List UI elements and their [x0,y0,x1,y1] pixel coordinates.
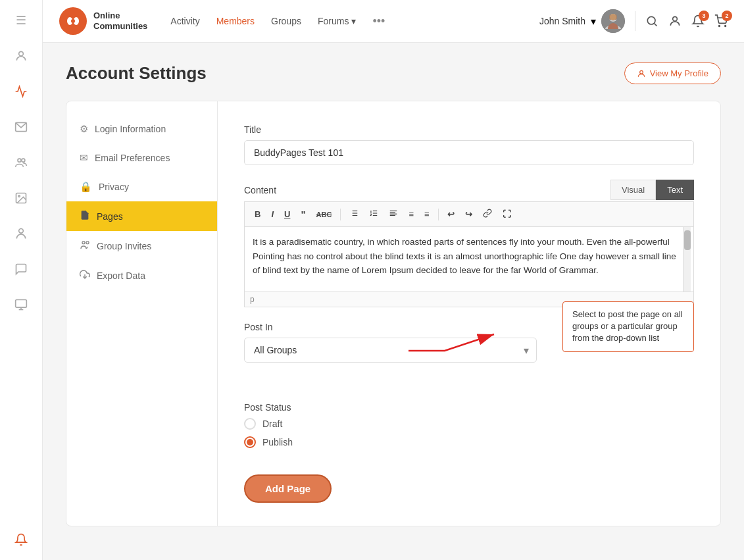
settings-nav-pages[interactable]: Pages [66,201,217,231]
post-in-select-wrapper: All Groups Group 1 Group 2 ▾ [244,338,537,363]
page-content: Account Settings View My Profile ⚙ Login… [43,43,744,560]
privacy-label: Privacy [99,182,129,192]
profile-button[interactable] [668,14,682,28]
page-title: Account Settings [66,63,207,84]
group-invites-label: Group Invites [97,241,151,251]
toolbar-quote[interactable]: " [297,207,309,221]
svg-point-24 [86,242,89,244]
radio-publish-dot [247,439,253,445]
settings-nav-group-invites[interactable]: Group Invites [66,231,217,261]
pages-label: Pages [97,211,123,222]
annotation-tooltip: Select to post the page on all groups or… [562,301,694,352]
svg-point-12 [71,19,75,23]
title-group: Title [244,124,694,165]
export-icon [80,269,90,282]
sidebar-menu-icon[interactable]: ☰ [11,10,32,31]
navbar: Online Communities Activity Members Grou… [43,0,744,43]
settings-nav-export[interactable]: Export Data [66,261,217,290]
settings-sidebar: ⚙ Login Information ✉ Email Preferences … [66,101,218,526]
nav-more-icon[interactable]: ••• [372,14,385,28]
radio-draft-label: Draft [262,419,282,429]
toolbar-align-right[interactable]: ≡ [421,208,433,220]
content-group: Content Visual Text B I U " ABC [244,180,694,307]
svg-point-22 [639,70,643,74]
toolbar-undo[interactable]: ↩ [444,208,458,220]
nav-groups[interactable]: Groups [271,16,301,26]
add-page-button[interactable]: Add Page [244,474,332,503]
user-info[interactable]: John Smith ▾ [539,9,625,33]
login-icon: ⚙ [80,123,88,135]
editor-content[interactable]: It is a paradisematic country, in which … [244,226,694,292]
radio-publish[interactable]: Publish [244,436,694,448]
radio-publish-circle [244,436,256,448]
settings-nav-privacy[interactable]: 🔒 Privacy [66,172,217,201]
settings-nav-login[interactable]: ⚙ Login Information [66,115,217,143]
title-input[interactable] [244,140,694,165]
radio-publish-label: Publish [262,437,293,447]
svg-point-6 [19,229,24,234]
svg-point-21 [725,26,726,27]
settings-container: ⚙ Login Information ✉ Email Preferences … [66,101,721,526]
main-wrapper: Online Communities Activity Members Grou… [43,0,744,560]
editor-text: It is a paradisematic country, in which … [253,237,676,275]
sidebar-user-icon[interactable] [11,45,32,66]
title-label: Title [244,124,694,135]
svg-point-5 [18,195,20,197]
svg-line-18 [655,24,657,26]
forums-arrow-icon: ▾ [351,16,356,26]
user-dropdown-icon: ▾ [591,15,596,28]
toolbar-bold[interactable]: B [251,208,264,220]
svg-point-17 [647,16,655,24]
settings-nav-email[interactable]: ✉ Email Preferences [66,143,217,172]
sidebar-display-icon[interactable] [11,294,32,315]
pages-icon [80,210,90,222]
view-profile-button[interactable]: View My Profile [624,63,721,84]
search-button[interactable] [645,14,658,28]
svg-point-3 [22,159,25,162]
post-in-group: Post In All Groups Group 1 Group 2 ▾ [244,322,694,363]
icon-sidebar: ☰ [0,0,43,560]
toolbar-fullscreen[interactable]: ⛶ [499,208,514,220]
login-label: Login Information [95,124,166,134]
export-label: Export Data [97,270,145,281]
email-label: Email Preferences [95,153,170,163]
post-in-select[interactable]: All Groups Group 1 Group 2 [244,338,537,363]
logo-text: Online Communities [93,11,147,31]
toolbar-ol[interactable] [366,207,382,221]
toolbar-link[interactable] [480,207,495,221]
toolbar-align-left[interactable] [385,207,401,221]
sidebar-chat-icon[interactable] [11,259,32,280]
sidebar-image-icon[interactable] [11,188,32,209]
cart-badge: 2 [722,11,732,21]
toolbar-ul[interactable] [346,207,362,221]
sidebar-activity-icon[interactable] [11,81,32,102]
toolbar-italic[interactable]: I [268,208,277,220]
tab-visual[interactable]: Visual [610,180,656,200]
post-status-label: Post Status [244,402,694,413]
nav-members[interactable]: Members [216,16,255,26]
svg-point-23 [82,242,85,244]
sidebar-group-icon[interactable] [11,152,32,173]
toolbar-align-center[interactable]: ≡ [405,208,417,220]
sidebar-mail-icon[interactable] [11,116,32,138]
toolbar-strikethrough[interactable]: ABC [313,209,335,220]
sidebar-notification-icon[interactable] [11,529,32,550]
nav-forums[interactable]: Forums ▾ [318,16,356,26]
radio-draft[interactable]: Draft [244,418,694,430]
toolbar-redo[interactable]: ↪ [462,208,476,220]
user-avatar [601,9,625,33]
logo[interactable]: Online Communities [59,7,147,35]
annotation-area: All Groups Group 1 Group 2 ▾ [244,338,694,363]
nav-activity[interactable]: Activity [170,16,199,26]
editor-tabs: Visual Text [610,180,694,200]
tab-text[interactable]: Text [656,180,694,200]
svg-point-16 [610,14,616,20]
sidebar-members-icon[interactable] [11,223,32,244]
toolbar-underline[interactable]: U [281,208,293,220]
notification-button[interactable]: 3 [691,14,705,28]
cart-button[interactable]: 2 [714,14,728,28]
post-status-group: Post Status Draft Publish [244,402,694,448]
radio-draft-circle [244,418,256,430]
navbar-divider [635,11,635,31]
group-invites-icon [80,240,90,252]
